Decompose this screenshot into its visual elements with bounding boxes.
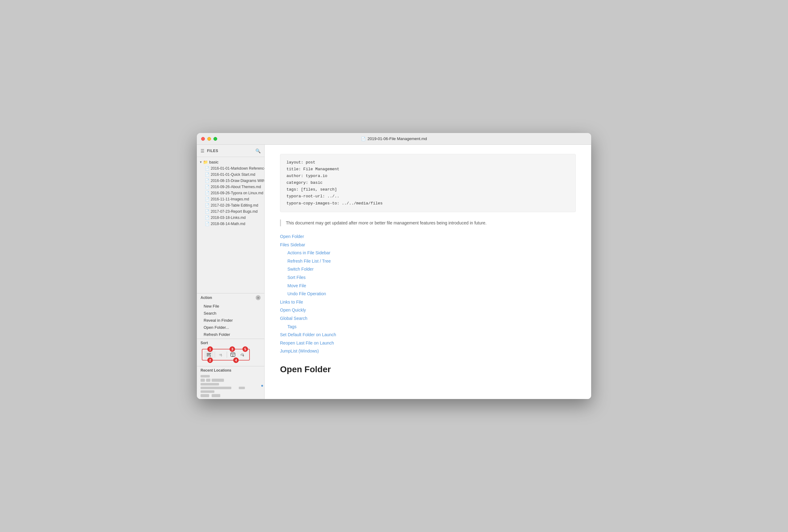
table-of-contents: Open Folder Files Sidebar Actions in Fil…	[280, 232, 576, 355]
action-items: New File Search Reveal in Finder Open Fo…	[197, 302, 264, 339]
recent-section: Recent Locations	[197, 366, 264, 399]
list-item[interactable]: 📄 2016-01-01-Quick Start.md	[197, 171, 264, 178]
badge-2: 2	[207, 357, 213, 363]
new-file-item[interactable]: New File	[197, 303, 264, 310]
list-item[interactable]: 📄 2017-07-23-Report Bugs.md	[197, 208, 264, 214]
list-item[interactable]	[200, 375, 261, 377]
sidebar-title: FILES	[207, 149, 218, 153]
list-item[interactable]	[200, 379, 261, 382]
list-item[interactable]: 📄 2016-01-01-Markdown Reference.md	[197, 165, 264, 171]
badge-3: 3	[230, 346, 235, 352]
list-item[interactable]: 📄 2016-11-11-Images.md	[197, 196, 264, 202]
recent-bar-8	[200, 390, 214, 393]
search-item[interactable]: Search	[197, 310, 264, 317]
toc-link-open-folder[interactable]: Open Folder	[280, 232, 576, 241]
list-item[interactable]: 📄 2016-09-26-About Themes.md	[197, 184, 264, 190]
recent-bar-7	[239, 387, 245, 389]
folder-arrow-icon: ▾	[200, 160, 202, 164]
toc-link-links[interactable]: Links to File	[280, 298, 576, 306]
sort-divider-2	[227, 352, 227, 358]
folder-name: basic	[209, 160, 218, 164]
toc-link-tags[interactable]: Tags	[280, 323, 576, 331]
action-label: Action	[200, 295, 212, 300]
list-item[interactable]	[200, 390, 261, 393]
section-heading: Open Folder	[280, 365, 576, 374]
doc-icon: 📄	[205, 197, 210, 201]
file-tree[interactable]: ▾ 📁 basic 📄 2016-01-01-Markdown Referenc…	[197, 157, 264, 293]
doc-icon: 📄	[205, 172, 210, 177]
sidebar-header-left: ☰ FILES	[200, 148, 218, 153]
doc-icon: 📄	[205, 222, 210, 226]
reveal-finder-item[interactable]: Reveal in Finder	[197, 317, 264, 324]
toc-link-undo[interactable]: Undo File Operation	[280, 290, 576, 298]
sort-name-icon[interactable]: ↑A z	[216, 351, 225, 359]
maximize-button[interactable]	[214, 137, 217, 141]
doc-icon: 📄	[205, 203, 210, 207]
badge-1: 1	[207, 346, 213, 352]
list-item[interactable]: 📄 2018-03-18-Links.md	[197, 214, 264, 221]
doc-icon: 📄	[205, 166, 210, 170]
toc-link-files-sidebar[interactable]: Files Sidebar	[280, 241, 576, 249]
recent-bar-2	[200, 379, 205, 382]
recent-label: Recent Locations	[200, 368, 261, 372]
toc-link-global-search[interactable]: Global Search	[280, 314, 576, 323]
doc-icon: 📄	[205, 179, 210, 183]
minimize-button[interactable]	[207, 137, 211, 141]
toc-link-move[interactable]: Move File	[280, 282, 576, 290]
recent-bar-6	[200, 387, 231, 389]
sort-label: Sort	[200, 341, 261, 345]
sidebar: ☰ FILES 🔍 ▾ 📁 basic 📄 2016-01-01-Markdow…	[197, 145, 264, 399]
recent-bar-9	[200, 394, 209, 397]
toc-link-refresh[interactable]: Refresh File List / Tree	[280, 257, 576, 265]
refresh-folder-item[interactable]: Refresh Folder	[197, 331, 264, 338]
frontmatter-code: layout: post title: File Management auth…	[280, 154, 576, 212]
open-folder-item[interactable]: Open Folder...	[197, 324, 264, 331]
action-panel: Action ✕ New File Search Reveal in Finde…	[197, 293, 264, 399]
doc-icon: 📄	[205, 191, 210, 195]
close-button[interactable]	[201, 137, 205, 141]
recent-bar-5	[200, 383, 219, 386]
sort-section: Sort	[197, 339, 264, 366]
scroll-dot	[261, 385, 263, 387]
list-item[interactable]	[200, 387, 261, 389]
file-icon: 📄	[361, 137, 366, 141]
search-icon[interactable]: 🔍	[255, 148, 261, 153]
list-item[interactable]: 📄 2016-08-15-Draw Diagrams With Markd…	[197, 178, 264, 184]
sort-divider-1	[215, 352, 215, 358]
recent-bar-10	[212, 394, 220, 397]
svg-rect-2	[207, 355, 209, 356]
toc-link-jumplist[interactable]: JumpList (Windows)	[280, 347, 576, 355]
main-area: ☰ FILES 🔍 ▾ 📁 basic 📄 2016-01-01-Markdow…	[197, 145, 591, 399]
list-item[interactable]: 📄 2016-09-26-Typora on Linux.md	[197, 190, 264, 196]
svg-rect-1	[207, 354, 210, 355]
recent-bar-1	[200, 375, 210, 377]
titlebar: 📄 2019-01-06-File Management.md	[197, 133, 591, 145]
sidebar-header: ☰ FILES 🔍	[197, 145, 264, 157]
traffic-lights	[201, 137, 217, 141]
toc-link-reopen[interactable]: Reopen Last File on Launch	[280, 339, 576, 347]
toc-link-sort[interactable]: Sort Files	[280, 273, 576, 282]
list-item[interactable]	[200, 394, 261, 397]
folder-icon: 📁	[203, 160, 208, 164]
toc-link-switch[interactable]: Switch Folder	[280, 265, 576, 273]
hamburger-icon[interactable]: ☰	[200, 148, 204, 153]
action-close-button[interactable]: ✕	[256, 295, 261, 300]
svg-rect-0	[207, 353, 211, 354]
toc-link-default-folder[interactable]: Set Default Folder on Launch	[280, 331, 576, 339]
svg-text:z: z	[221, 355, 222, 357]
recent-bar-3	[206, 379, 211, 382]
list-item[interactable]: 📄 2017-02-28-Table Editing.md	[197, 202, 264, 208]
list-item[interactable]	[200, 383, 261, 386]
app-window: 📄 2019-01-06-File Management.md ☰ FILES …	[197, 133, 591, 399]
list-item[interactable]: 📄 2018-08-14-Math.md	[197, 221, 264, 227]
window-title: 📄 2019-01-06-File Management.md	[361, 136, 427, 141]
badge-5: 5	[242, 346, 248, 352]
folder-item-basic[interactable]: ▾ 📁 basic	[197, 159, 264, 165]
sort-ext-icon[interactable]: ↑E	[238, 351, 248, 359]
sort-icons-container: ↑A z	[202, 349, 250, 361]
doc-icon: 📄	[205, 216, 210, 220]
doc-icon: 📄	[205, 185, 210, 189]
toc-link-actions[interactable]: Actions in File Sidebar	[280, 249, 576, 257]
toc-link-open-quickly[interactable]: Open Quickly	[280, 306, 576, 314]
content-area[interactable]: layout: post title: File Management auth…	[264, 145, 591, 399]
